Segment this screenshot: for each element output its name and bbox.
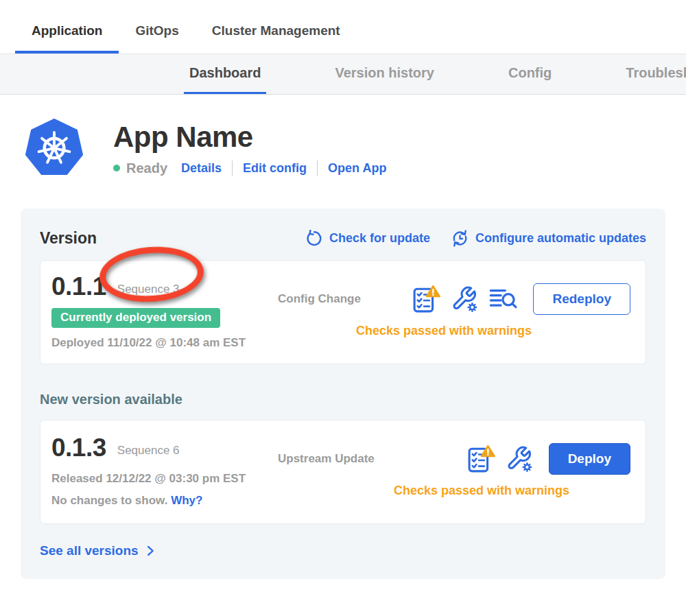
open-app-link[interactable]: Open App [328,161,386,176]
deployed-checks-status: Checks passed with warnings [278,324,630,338]
configure-automatic-updates-label: Configure automatic updates [475,231,646,246]
details-link[interactable]: Details [181,161,222,176]
version-section-title: Version [40,229,97,248]
nav-tab-application[interactable]: Application [15,23,119,54]
deploy-button[interactable]: Deploy [549,443,630,475]
app-header: App Name Ready Details Edit config Open … [0,95,686,181]
deployed-source-label: Config Change [278,292,361,306]
nav-tab-cluster-management[interactable]: Cluster Management [196,23,357,54]
redeploy-button[interactable]: Redeploy [533,283,630,315]
no-changes-label: No changes to show. [51,494,167,507]
ready-status-dot-icon [113,165,120,171]
deployed-timestamp: Deployed 11/10/22 @ 10:48 am EST [51,336,278,350]
tab-dashboard[interactable]: Dashboard [184,65,266,95]
chevron-right-icon [143,543,158,558]
check-for-update-button[interactable]: Check for update [305,230,430,248]
page-title: App Name [113,121,386,154]
tab-config[interactable]: Config [503,65,557,95]
see-all-versions-link[interactable]: See all versions [40,543,646,558]
primary-nav: Application GitOps Cluster Management [0,0,686,54]
currently-deployed-badge: Currently deployed version [51,308,220,328]
edit-config-link[interactable]: Edit config [243,161,307,176]
app-subnav: Dashboard Version history Config Trouble… [0,54,686,95]
schedule-refresh-icon [451,229,469,248]
available-version-number: 0.1.3 [51,434,106,462]
released-timestamp: Released 12/12/22 @ 03:30 pm EST [51,472,278,486]
deployed-version-number: 0.1.1 [51,272,106,301]
deployed-sequence-label: Sequence 3 [117,277,180,296]
available-checks-status: Checks passed with warnings [278,484,630,498]
divider [232,161,233,176]
nav-tab-gitops[interactable]: GitOps [119,23,195,54]
kubernetes-logo-icon [23,115,86,181]
preflight-checks-icon[interactable] [412,285,441,313]
new-version-heading: New version available [40,392,646,407]
available-version-row: 0.1.3 Sequence 6 Released 12/12/22 @ 03:… [40,420,646,524]
view-files-icon[interactable] [489,286,518,312]
available-sequence-label: Sequence 6 [117,438,180,458]
refresh-icon [305,230,323,248]
version-section: Version Check for update Configure autom… [21,209,665,579]
tab-troubleshoot[interactable]: Troubleshoot [620,65,686,95]
deployed-version-row: 0.1.1 Sequence 3 Currently deployed vers… [40,260,646,364]
edit-config-icon[interactable] [506,445,534,473]
configure-automatic-updates-button[interactable]: Configure automatic updates [451,229,646,248]
preflight-checks-icon[interactable] [467,445,496,473]
edit-config-icon[interactable] [451,285,479,313]
tab-version-history[interactable]: Version history [329,65,440,95]
why-link[interactable]: Why? [171,494,202,507]
app-status-label: Ready [126,161,167,176]
available-source-label: Upstream Update [278,452,375,466]
see-all-versions-label: See all versions [40,543,139,558]
divider [317,161,318,176]
check-for-update-label: Check for update [329,231,430,246]
